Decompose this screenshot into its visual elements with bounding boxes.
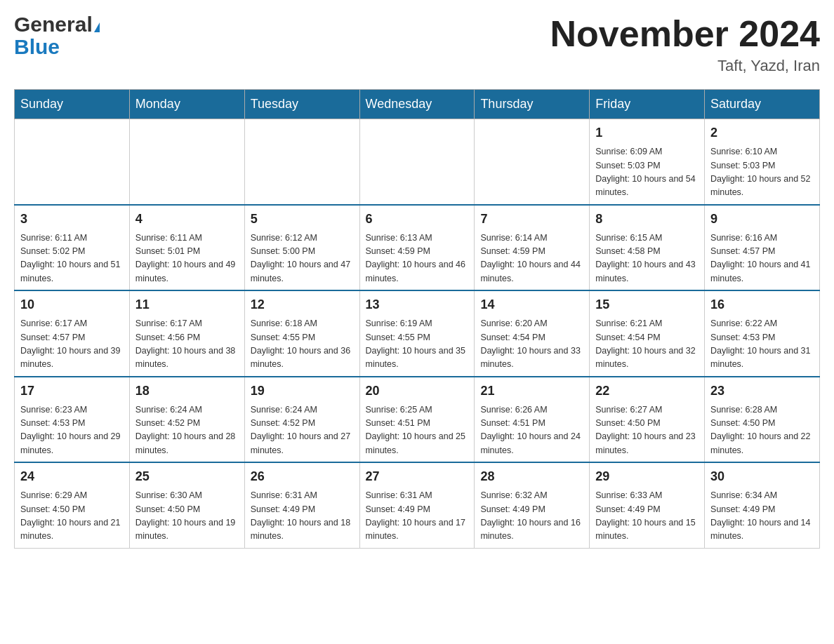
calendar-header-tuesday: Tuesday [244, 90, 359, 119]
day-info: Sunrise: 6:13 AMSunset: 4:59 PMDaylight:… [366, 232, 469, 286]
calendar-cell: 25Sunrise: 6:30 AMSunset: 4:50 PMDayligh… [129, 462, 244, 548]
calendar-week-5: 24Sunrise: 6:29 AMSunset: 4:50 PMDayligh… [15, 462, 820, 548]
day-info: Sunrise: 6:09 AMSunset: 5:03 PMDaylight:… [595, 145, 699, 200]
day-info: Sunrise: 6:32 AMSunset: 4:49 PMDaylight:… [480, 489, 583, 544]
day-number: 23 [710, 382, 814, 401]
calendar-cell: 12Sunrise: 6:18 AMSunset: 4:55 PMDayligh… [244, 290, 359, 377]
day-info: Sunrise: 6:31 AMSunset: 4:49 PMDaylight:… [251, 489, 354, 544]
calendar-cell: 26Sunrise: 6:31 AMSunset: 4:49 PMDayligh… [244, 462, 359, 548]
calendar-cell: 22Sunrise: 6:27 AMSunset: 4:50 PMDayligh… [590, 377, 705, 463]
day-number: 2 [710, 123, 814, 142]
day-info: Sunrise: 6:18 AMSunset: 4:55 PMDaylight:… [251, 317, 354, 372]
title-block: November 2024 Taft, Yazd, Iran [550, 14, 820, 75]
day-number: 1 [595, 123, 699, 142]
day-number: 28 [480, 467, 583, 486]
day-number: 4 [135, 210, 239, 229]
day-number: 20 [366, 382, 469, 401]
calendar-cell: 1Sunrise: 6:09 AMSunset: 5:03 PMDaylight… [590, 119, 705, 205]
day-info: Sunrise: 6:19 AMSunset: 4:55 PMDaylight:… [366, 317, 469, 372]
day-number: 9 [710, 210, 814, 229]
calendar-week-3: 10Sunrise: 6:17 AMSunset: 4:57 PMDayligh… [15, 290, 820, 377]
calendar-cell: 20Sunrise: 6:25 AMSunset: 4:51 PMDayligh… [359, 377, 475, 463]
calendar-cell: 29Sunrise: 6:33 AMSunset: 4:49 PMDayligh… [590, 462, 705, 548]
day-number: 11 [135, 295, 239, 314]
day-number: 21 [480, 382, 583, 401]
day-info: Sunrise: 6:17 AMSunset: 4:57 PMDaylight:… [20, 317, 124, 372]
calendar-week-4: 17Sunrise: 6:23 AMSunset: 4:53 PMDayligh… [15, 377, 820, 463]
day-number: 30 [710, 467, 814, 486]
day-number: 10 [20, 295, 124, 314]
day-number: 15 [595, 295, 699, 314]
day-info: Sunrise: 6:17 AMSunset: 4:56 PMDaylight:… [135, 317, 239, 372]
calendar-cell: 15Sunrise: 6:21 AMSunset: 4:54 PMDayligh… [590, 290, 705, 377]
day-info: Sunrise: 6:12 AMSunset: 5:00 PMDaylight:… [251, 232, 354, 286]
calendar-cell: 16Sunrise: 6:22 AMSunset: 4:53 PMDayligh… [705, 290, 820, 377]
calendar-cell: 4Sunrise: 6:11 AMSunset: 5:01 PMDaylight… [129, 205, 244, 291]
day-number: 18 [135, 382, 239, 401]
calendar-cell: 10Sunrise: 6:17 AMSunset: 4:57 PMDayligh… [15, 290, 130, 377]
day-info: Sunrise: 6:11 AMSunset: 5:02 PMDaylight:… [20, 232, 124, 286]
calendar-header-row: SundayMondayTuesdayWednesdayThursdayFrid… [15, 90, 820, 119]
day-info: Sunrise: 6:24 AMSunset: 4:52 PMDaylight:… [135, 403, 239, 458]
calendar-cell: 9Sunrise: 6:16 AMSunset: 4:57 PMDaylight… [705, 205, 820, 291]
logo: General Blue [14, 14, 100, 59]
logo-triangle-icon [94, 22, 100, 32]
day-info: Sunrise: 6:25 AMSunset: 4:51 PMDaylight:… [366, 403, 469, 458]
day-info: Sunrise: 6:16 AMSunset: 4:57 PMDaylight:… [710, 232, 814, 286]
calendar-header-monday: Monday [129, 90, 244, 119]
day-number: 8 [595, 210, 699, 229]
calendar-header-sunday: Sunday [15, 90, 130, 119]
day-number: 27 [366, 467, 469, 486]
calendar-cell: 7Sunrise: 6:14 AMSunset: 4:59 PMDaylight… [475, 205, 590, 291]
calendar-header-wednesday: Wednesday [359, 90, 475, 119]
day-number: 26 [251, 467, 354, 486]
calendar-cell: 13Sunrise: 6:19 AMSunset: 4:55 PMDayligh… [359, 290, 475, 377]
calendar-table: SundayMondayTuesdayWednesdayThursdayFrid… [14, 89, 820, 549]
calendar-week-2: 3Sunrise: 6:11 AMSunset: 5:02 PMDaylight… [15, 205, 820, 291]
calendar-cell [475, 119, 590, 205]
calendar-header-saturday: Saturday [705, 90, 820, 119]
day-number: 17 [20, 382, 124, 401]
day-number: 29 [595, 467, 699, 486]
calendar-cell: 30Sunrise: 6:34 AMSunset: 4:49 PMDayligh… [705, 462, 820, 548]
calendar-header-friday: Friday [590, 90, 705, 119]
calendar-cell: 14Sunrise: 6:20 AMSunset: 4:54 PMDayligh… [475, 290, 590, 377]
day-number: 3 [20, 210, 124, 229]
day-number: 5 [251, 210, 354, 229]
day-number: 16 [710, 295, 814, 314]
day-info: Sunrise: 6:11 AMSunset: 5:01 PMDaylight:… [135, 232, 239, 286]
calendar-cell: 24Sunrise: 6:29 AMSunset: 4:50 PMDayligh… [15, 462, 130, 548]
day-number: 25 [135, 467, 239, 486]
day-info: Sunrise: 6:33 AMSunset: 4:49 PMDaylight:… [595, 489, 699, 544]
day-info: Sunrise: 6:31 AMSunset: 4:49 PMDaylight:… [366, 489, 469, 544]
day-info: Sunrise: 6:14 AMSunset: 4:59 PMDaylight:… [480, 232, 583, 286]
calendar-cell: 2Sunrise: 6:10 AMSunset: 5:03 PMDaylight… [705, 119, 820, 205]
calendar-cell: 8Sunrise: 6:15 AMSunset: 4:58 PMDaylight… [590, 205, 705, 291]
day-number: 14 [480, 295, 583, 314]
calendar-cell: 17Sunrise: 6:23 AMSunset: 4:53 PMDayligh… [15, 377, 130, 463]
calendar-cell: 6Sunrise: 6:13 AMSunset: 4:59 PMDaylight… [359, 205, 475, 291]
calendar-cell: 23Sunrise: 6:28 AMSunset: 4:50 PMDayligh… [705, 377, 820, 463]
calendar-week-1: 1Sunrise: 6:09 AMSunset: 5:03 PMDaylight… [15, 119, 820, 205]
day-info: Sunrise: 6:28 AMSunset: 4:50 PMDaylight:… [710, 403, 814, 458]
day-info: Sunrise: 6:23 AMSunset: 4:53 PMDaylight:… [20, 403, 124, 458]
calendar-cell: 3Sunrise: 6:11 AMSunset: 5:02 PMDaylight… [15, 205, 130, 291]
day-info: Sunrise: 6:26 AMSunset: 4:51 PMDaylight:… [480, 403, 583, 458]
day-number: 19 [251, 382, 354, 401]
location-text: Taft, Yazd, Iran [550, 57, 820, 75]
day-info: Sunrise: 6:24 AMSunset: 4:52 PMDaylight:… [251, 403, 354, 458]
day-info: Sunrise: 6:22 AMSunset: 4:53 PMDaylight:… [710, 317, 814, 372]
calendar-cell: 19Sunrise: 6:24 AMSunset: 4:52 PMDayligh… [244, 377, 359, 463]
day-number: 7 [480, 210, 583, 229]
page-header: General Blue November 2024 Taft, Yazd, I… [14, 14, 820, 75]
calendar-cell: 21Sunrise: 6:26 AMSunset: 4:51 PMDayligh… [475, 377, 590, 463]
day-number: 24 [20, 467, 124, 486]
calendar-cell [244, 119, 359, 205]
month-title: November 2024 [550, 14, 820, 54]
day-number: 12 [251, 295, 354, 314]
day-info: Sunrise: 6:20 AMSunset: 4:54 PMDaylight:… [480, 317, 583, 372]
logo-blue-text: Blue [14, 35, 60, 59]
day-info: Sunrise: 6:29 AMSunset: 4:50 PMDaylight:… [20, 489, 124, 544]
day-number: 6 [366, 210, 469, 229]
logo-general-text: General [14, 14, 93, 35]
